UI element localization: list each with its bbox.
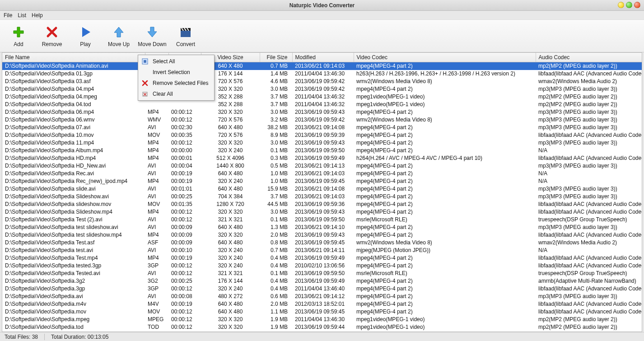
table-row[interactable]: D:\Softpedia\Video\Softpedia Slideshow.a… — [2, 193, 642, 201]
table-row[interactable]: D:\Softpedia\Video\Softpedia 06.mp4MP400… — [2, 108, 642, 116]
moveup-button[interactable]: Move Up — [104, 22, 134, 50]
menu-file[interactable]: File — [4, 12, 12, 19]
cell-vcodec: mpeg4(MPEG-4 part 2) — [354, 201, 536, 208]
cell-name: D:\Softpedia\Video\Softpedia 04.mpeg — [2, 93, 145, 101]
table-row[interactable]: D:\Softpedia\Video\Softpedia HD.mp4MP400… — [2, 154, 642, 162]
col-modified[interactable]: Modified — [292, 53, 354, 62]
ctx-select-all[interactable]: Select All — [138, 56, 214, 67]
cell-type — [145, 101, 168, 108]
cell-mod: 2013/06/21 09:14:10 — [292, 224, 354, 231]
cell-acodec: mp2(MP2 (MPEG audio layer 2)) — [536, 93, 642, 101]
add-button[interactable]: Add — [4, 22, 33, 50]
cell-fsize: 15.9 MB — [260, 185, 292, 193]
table-row[interactable]: D:\Softpedia\Video\Softpedia Test.mp4MP4… — [2, 254, 642, 262]
table-row[interactable]: D:\Softpedia\Video\Softpedia 04.mpeg352 … — [2, 93, 642, 101]
cell-acodec: libfaad(libfaad AAC (Advanced Audio Code… — [536, 300, 642, 308]
table-row[interactable]: D:\Softpedia\Video\Softpedia 06.wmvWMV00… — [2, 116, 642, 124]
cell-mod: 2013/06/19 09:59:43 — [292, 208, 354, 216]
ctx-clear-all[interactable]: Clear All — [138, 89, 214, 99]
table-row[interactable]: D:\Softpedia\Video\Softpedia.mpegMPEG00:… — [2, 316, 642, 323]
table-row[interactable]: D:\Softpedia\Video\Softpedia HD_New.aviA… — [2, 162, 642, 170]
table-row[interactable]: D:\Softpedia\Video\Softpedia.movMOV00:00… — [2, 308, 642, 316]
play-button[interactable]: Play — [70, 22, 100, 50]
cell-type: MP4 — [145, 139, 168, 147]
table-row[interactable]: D:\Softpedia\Video\Softpedia 07.aviAVI00… — [2, 124, 642, 131]
table-row[interactable]: D:\Softpedia\Video\Softpedia Test (2).av… — [2, 216, 642, 224]
col-filesize[interactable]: File Size — [260, 53, 292, 62]
table-row[interactable]: D:\Softpedia\Video\Softpedia Tested.aviA… — [2, 270, 642, 277]
table-row[interactable]: D:\Softpedia\Video\Softpedia slideshow.m… — [2, 201, 642, 208]
cell-mod: 2013/06/21 09:14:11 — [292, 247, 354, 254]
menu-list[interactable]: List — [18, 12, 26, 19]
cell-mod: 2013/06/19 09:59:48 — [292, 331, 354, 332]
cell-vcodec: mpeg4(MPEG-4 part 2) — [354, 224, 536, 231]
cell-mod: 2013/06/19 09:59:45 — [292, 239, 354, 247]
table-row[interactable]: D:\Softpedia\Video\Softpedia test slides… — [2, 224, 642, 231]
cell-name: D:\Softpedia\Video\Softpedia Album.mp4 — [2, 147, 145, 154]
remove-button[interactable]: Remove — [37, 22, 67, 50]
table-row[interactable]: D:\Softpedia\Video\Softpedia Animation.a… — [2, 62, 642, 70]
table-row[interactable]: D:\Softpedia\Video\Softpedia 04.mp4320 X… — [2, 85, 642, 93]
file-table[interactable]: File Name Type Duration Video Size File … — [2, 53, 642, 332]
cell-vcodec: mpeg4(MPEG-4 part 2) — [354, 124, 536, 131]
cell-name: D:\Softpedia\Video\Softpedia 04.mp4 — [2, 85, 145, 93]
cell-type: MOV — [145, 131, 168, 139]
table-row[interactable]: D:\Softpedia\Video\Softpedia tested.3gp3… — [2, 262, 642, 270]
cell-type: WMV — [145, 116, 168, 124]
cell-vcodec: mpeg1video(MPEG-1 video) — [354, 323, 536, 331]
minimize-button[interactable] — [618, 2, 624, 8]
cell-name: D:\Softpedia\Video\Softpedia Test.asf — [2, 239, 145, 247]
table-row[interactable]: D:\Softpedia\Video\Softpedia Slideshow.m… — [2, 208, 642, 216]
table-row[interactable]: D:\Softpedia\Video\Softpedia Rec_(new)_i… — [2, 178, 642, 185]
col-videocodec[interactable]: Video Codec — [354, 53, 536, 62]
cell-vsize: 320 X 320 — [201, 231, 260, 239]
table-row[interactable]: D:\Softpedia\Video\Softpedia Test.asfASF… — [2, 239, 642, 247]
menu-help[interactable]: Help — [32, 12, 43, 19]
arrow-up-icon — [112, 25, 126, 39]
table-row[interactable]: D:\Softpedia\Video\Softpedia 03.asf720 X… — [2, 78, 642, 85]
close-button[interactable] — [634, 2, 640, 8]
status-separator — [44, 334, 45, 340]
table-row[interactable]: D:\Softpedia\Video\Softpedia Album.mp4MP… — [2, 147, 642, 154]
table-row[interactable]: D:\Softpedia\Video\Softpedia.aviAVI00:00… — [2, 293, 642, 300]
table-row[interactable]: D:\Softpedia\Video\Softpedia 01.3gp176 X… — [2, 70, 642, 78]
table-row[interactable]: D:\Softpedia\Video\Softpedia test slides… — [2, 231, 642, 239]
cell-vcodec: wmv2(Windows Media Video 8) — [354, 331, 536, 332]
table-row[interactable]: D:\Softpedia\Video\Softpedia.3gp3GP00:00… — [2, 285, 642, 293]
cell-acodec: amrnb(Adaptive Multi-Rate NarrowBand) — [536, 277, 642, 285]
convert-button[interactable]: Convert — [171, 22, 201, 50]
table-row[interactable]: D:\Softpedia\Video\Softpedia.wmvWMV00:00… — [2, 331, 642, 332]
ctx-invert-selection[interactable]: Invert Selection — [138, 67, 214, 78]
table-row[interactable]: D:\Softpedia\Video\Softpedia 11.mp4MP400… — [2, 139, 642, 147]
cell-vsize: 512 X 4096 — [201, 154, 260, 162]
cell-type: WMV — [145, 331, 168, 332]
cell-type: ASF — [145, 239, 168, 247]
cell-type: 3GP — [145, 285, 168, 293]
cell-mod: 2013/06/19 09:59:36 — [292, 201, 354, 208]
table-header[interactable]: File Name Type Duration Video Size File … — [2, 53, 642, 62]
table-row[interactable]: D:\Softpedia\Video\Softpedia.3g23G200:00… — [2, 277, 642, 285]
cell-name: D:\Softpedia\Video\Softpedia slideshow.m… — [2, 201, 145, 208]
movedown-button[interactable]: Move Down — [137, 22, 167, 50]
table-row[interactable]: D:\Softpedia\Video\Softpedia test.aviAVI… — [2, 247, 642, 254]
cell-mod: 2013/06/19 09:59:42 — [292, 85, 354, 93]
ctx-remove-selected[interactable]: Remove Selected Files — [138, 78, 214, 89]
cell-acodec: mp3(MP3 (MPEG audio layer 3)) — [536, 193, 642, 201]
cell-type: AVI — [145, 270, 168, 277]
maximize-button[interactable] — [626, 2, 632, 8]
cell-vsize: 320 X 240 — [201, 147, 260, 154]
table-row[interactable]: D:\Softpedia\Video\Softpedia 10.movMOV00… — [2, 131, 642, 139]
cell-name: D:\Softpedia\Video\Softpedia.m4v — [2, 300, 145, 308]
cell-fsize: 0.4 MB — [260, 254, 292, 262]
table-row[interactable]: D:\Softpedia\Video\Softpedia.m4vM4V00:00… — [2, 300, 642, 308]
table-row[interactable]: D:\Softpedia\Video\Softpedia.todTOD00:00… — [2, 323, 642, 331]
cell-type: 3G2 — [145, 277, 168, 285]
cell-name: D:\Softpedia\Video\Softpedia test slides… — [2, 231, 145, 239]
col-filename[interactable]: File Name — [2, 53, 145, 62]
cell-vcodec: mpeg4(MPEG-4 part 2) — [354, 293, 536, 300]
cell-name: D:\Softpedia\Video\Softpedia Animation.a… — [2, 62, 145, 70]
table-row[interactable]: D:\Softpedia\Video\Softpedia slide.aviAV… — [2, 185, 642, 193]
table-row[interactable]: D:\Softpedia\Video\Softpedia Rec.aviAVI0… — [2, 170, 642, 178]
table-row[interactable]: D:\Softpedia\Video\Softpedia 04.tod352 X… — [2, 101, 642, 108]
col-audiocodec[interactable]: Audio Codec — [536, 53, 642, 62]
